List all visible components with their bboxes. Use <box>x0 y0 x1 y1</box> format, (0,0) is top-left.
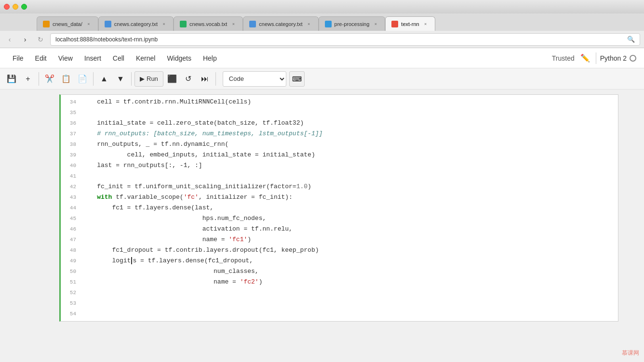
cell-sidebar <box>26 94 59 322</box>
tab-close-button[interactable]: × <box>306 21 312 27</box>
tab-favicon <box>180 21 187 27</box>
code-line-37: 37 # rnn_outputs: [batch_size, num_times… <box>61 129 618 139</box>
code-block: 34 cell = tf.contrib.rnn.MultiRNNCell(ce… <box>61 95 618 321</box>
code-line-50: 50 num_classes, <box>61 266 618 277</box>
python-label: Python 2 <box>600 54 627 62</box>
toolbar-divider-3 <box>131 72 132 86</box>
menu-view[interactable]: View <box>54 52 78 64</box>
tab-cnews-vocab[interactable]: cnews.vocab.txt × <box>174 16 243 31</box>
tab-close-button[interactable]: × <box>422 21 429 27</box>
menu-edit[interactable]: Edit <box>30 52 52 64</box>
code-line-45: 45 hps.num_fc_nodes, <box>61 213 618 224</box>
tab-close-button[interactable]: × <box>230 21 237 27</box>
code-line-52: 52 <box>61 287 618 298</box>
code-line-34: 34 cell = tf.contrib.rnn.MultiRNNCell(ce… <box>61 97 618 107</box>
interrupt-button[interactable]: ⬛ <box>164 71 180 87</box>
tab-label: cnews.category.txt <box>259 21 302 27</box>
paste-button[interactable]: 📄 <box>75 71 90 87</box>
toolbar-divider-2 <box>93 72 94 86</box>
notebook-area[interactable]: 34 cell = tf.contrib.rnn.MultiRNNCell(ce… <box>0 90 644 362</box>
copy-button[interactable]: 📋 <box>58 71 74 87</box>
restart-button[interactable]: ↺ <box>181 71 196 87</box>
add-cell-button[interactable]: + <box>20 71 36 87</box>
code-line-49: 49 logits = tf.layers.dense(fc1_dropout, <box>61 256 618 266</box>
tab-favicon <box>391 21 398 27</box>
code-line-35: 35 <box>61 107 618 118</box>
python-indicator: Python 2 <box>600 54 636 62</box>
watermark: 慕课网 <box>622 349 639 357</box>
tab-favicon <box>43 21 50 27</box>
address-bar: ‹ › ↻ localhost:8888/notebooks/text-rnn.… <box>0 31 644 48</box>
search-icon: 🔍 <box>627 36 635 43</box>
code-line-39: 39 cell, embed_inputs, initial_state = i… <box>61 150 618 160</box>
address-field[interactable]: localhost:8888/notebooks/text-rnn.ipynb … <box>50 33 640 46</box>
kernel-status-circle <box>630 55 636 62</box>
code-line-42: 42 fc_init = tf.uniform_unit_scaling_ini… <box>61 181 618 192</box>
tab-bar: cnews_data/ × cnews.category.txt × cnews… <box>0 13 644 31</box>
menu-insert[interactable]: Insert <box>80 52 106 64</box>
cell-type-select[interactable]: Code Markdown Raw NBConvert Heading <box>223 71 286 87</box>
menu-widgets[interactable]: Widgets <box>162 52 196 64</box>
jupyter-menubar: File Edit View Insert Cell Kernel Widget… <box>0 48 644 68</box>
code-line-54: 54 <box>61 309 618 319</box>
code-line-44: 44 fc1 = tf.layers.dense(last, <box>61 203 618 213</box>
refresh-button[interactable]: ↻ <box>35 34 46 45</box>
code-line-53: 53 <box>61 298 618 309</box>
edit-pencil-icon[interactable]: ✏️ <box>578 52 592 64</box>
traffic-lights[interactable] <box>4 4 27 10</box>
tab-text-rnn[interactable]: text-rnn × <box>385 16 435 31</box>
tab-cnews-data[interactable]: cnews_data/ × <box>37 16 98 31</box>
tab-cnews-category-1[interactable]: cnews.category.txt × <box>98 16 174 31</box>
code-line-40: 40 last = rnn_outputs[:, -1, :] <box>61 160 618 171</box>
code-line-38: 38 rnn_outputs, _ = tf.nn.dynamic_rnn( <box>61 139 618 150</box>
forward-button[interactable]: › <box>19 34 31 45</box>
run-button[interactable]: ▶ Run <box>134 71 163 87</box>
cell-container: 34 cell = tf.contrib.rnn.MultiRNNCell(ce… <box>26 94 618 322</box>
tab-label: pre-processing <box>335 21 370 27</box>
tab-favicon <box>105 21 111 27</box>
cut-button[interactable]: ✂️ <box>42 71 57 87</box>
code-line-47: 47 name = 'fc1') <box>61 234 618 245</box>
keyboard-icon-button[interactable]: ⌨ <box>289 71 305 87</box>
move-down-button[interactable]: ▼ <box>113 71 128 87</box>
tab-close-button[interactable]: × <box>85 21 92 27</box>
run-label: Run <box>147 75 158 82</box>
menu-help[interactable]: Help <box>198 52 222 64</box>
tab-favicon <box>325 21 332 27</box>
trusted-badge: Trusted <box>552 54 575 62</box>
tab-label: cnews.category.txt <box>114 21 158 27</box>
tab-close-button[interactable]: × <box>161 21 167 27</box>
run-icon: ▶ <box>140 75 145 82</box>
back-button[interactable]: ‹ <box>4 34 15 45</box>
code-line-41: 41 <box>61 171 618 181</box>
toolbar-divider-1 <box>39 72 39 86</box>
menu-file[interactable]: File <box>8 52 28 64</box>
maximize-button[interactable] <box>21 4 27 10</box>
save-button[interactable]: 💾 <box>4 71 19 87</box>
tab-close-button[interactable]: × <box>372 21 379 27</box>
vertical-divider <box>596 52 596 64</box>
move-up-button[interactable]: ▲ <box>96 71 112 87</box>
menu-kernel[interactable]: Kernel <box>131 52 160 64</box>
close-button[interactable] <box>4 4 10 10</box>
tab-label: cnews_data/ <box>53 21 82 27</box>
menu-cell[interactable]: Cell <box>108 52 129 64</box>
tab-label: cnews.vocab.txt <box>189 21 227 27</box>
code-line-46: 46 activation = tf.nn.relu, <box>61 224 618 234</box>
title-bar <box>0 0 644 13</box>
tab-pre-processing[interactable]: pre-processing × <box>319 16 386 31</box>
tab-cnews-category-2[interactable]: cnews.category.txt × <box>243 16 318 31</box>
code-line-48: 48 fc1_dropout = tf.contrib.layers.dropo… <box>61 245 618 256</box>
tab-favicon <box>249 21 256 27</box>
jupyter-toolbar: 💾 + ✂️ 📋 📄 ▲ ▼ ▶ Run ⬛ ↺ ⏭ Code Markdown… <box>0 68 644 90</box>
toolbar-divider-4 <box>215 72 216 86</box>
jupyter-right-controls: Trusted ✏️ Python 2 <box>552 52 636 64</box>
tab-label: text-rnn <box>401 21 419 27</box>
cell-content[interactable]: 34 cell = tf.contrib.rnn.MultiRNNCell(ce… <box>59 94 618 322</box>
url-text: localhost:8888/notebooks/text-rnn.ipynb <box>55 36 158 43</box>
code-line-51: 51 name = 'fc2') <box>61 277 618 287</box>
code-line-43: 43 with tf.variable_scope('fc', initiali… <box>61 192 618 203</box>
minimize-button[interactable] <box>13 4 18 10</box>
code-line-36: 36 initial_state = cell.zero_state(batch… <box>61 118 618 129</box>
restart-run-button[interactable]: ⏭ <box>197 71 213 87</box>
